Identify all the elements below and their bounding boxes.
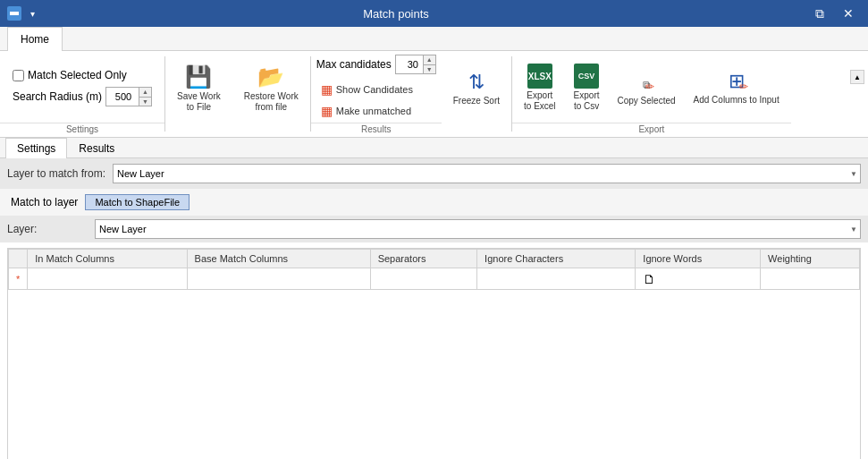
- columns-table-area: In Match Columns Base Match Columns Sepa…: [7, 248, 861, 459]
- search-radius-value[interactable]: [106, 88, 140, 106]
- export-group-label: Export: [512, 123, 791, 135]
- layer-select-wrapper: New Layer ▼: [95, 219, 861, 239]
- layer-from-label: Layer to match from:: [7, 167, 105, 180]
- make-unmatched-icon: ▦: [321, 104, 333, 118]
- table-row: * 🗋: [9, 268, 860, 290]
- match-selected-only-label: Match Selected Only: [28, 69, 127, 81]
- row-separators[interactable]: [370, 268, 476, 290]
- export-csv-button[interactable]: CSV Exportto Csv: [568, 59, 606, 116]
- row-base-match-cols[interactable]: [187, 268, 370, 290]
- layer-row: Layer: New Layer ▼: [0, 216, 868, 242]
- ignore-words-file-icon: 🗋: [643, 272, 655, 286]
- make-unmatched-label: Make unmatched: [336, 106, 411, 116]
- tab-home[interactable]: Home: [7, 27, 63, 51]
- row-weighting[interactable]: [761, 268, 860, 290]
- layer-label: Layer:: [7, 223, 88, 235]
- search-radius-label: Search Radius (m): [13, 90, 102, 103]
- tab-results[interactable]: Results: [67, 138, 126, 158]
- copy-selected-label: Copy Selected: [618, 96, 676, 106]
- ribbon-tabs: Home ▲: [0, 27, 868, 51]
- freeze-sort-button[interactable]: ⇅ Freeze Sort: [447, 66, 506, 111]
- col-weighting: Weighting: [761, 250, 860, 268]
- restore-group-label: [232, 123, 310, 135]
- ribbon: Home ▲ Match Selected Only Search Radius…: [0, 27, 868, 137]
- match-selected-only-checkbox[interactable]: [13, 70, 24, 81]
- add-columns-icon: ⊞✏: [729, 70, 745, 93]
- layer-select[interactable]: New Layer: [95, 219, 861, 239]
- show-candidates-button[interactable]: ▦ Show Candidates: [316, 80, 417, 99]
- xlsx-icon: XLSX: [527, 64, 552, 89]
- restore-button[interactable]: ⧉: [807, 4, 832, 22]
- freeze-sort-label: Freeze Sort: [453, 96, 500, 106]
- col-base-match: Base Match Columns: [187, 250, 370, 268]
- window-controls: ⧉ ✕: [807, 4, 861, 22]
- match-to-layer-label: Match to layer: [11, 196, 78, 208]
- main-content: Settings Results Layer to match from: Ne…: [0, 137, 868, 459]
- show-candidates-icon: ▦: [321, 82, 333, 97]
- match-to-layer-row: Match to layer Match to ShapeFile: [0, 189, 868, 216]
- restore-work-label: Restore Workfrom file: [244, 91, 299, 113]
- export-excel-button[interactable]: XLSX Exportto Excel: [518, 59, 562, 116]
- ribbon-group-settings: Match Selected Only Search Radius (m) ▲ …: [0, 53, 164, 135]
- columns-table: In Match Columns Base Match Columns Sepa…: [8, 249, 860, 290]
- export-csv-label: Exportto Csv: [574, 90, 600, 112]
- results-group-label: Results: [311, 123, 442, 135]
- row-indicator: *: [9, 268, 28, 290]
- col-ignore-words: Ignore Words: [636, 250, 761, 268]
- title-bar: ▾ Match points ⧉ ✕: [0, 0, 868, 27]
- ribbon-group-save: 💾 Save Workto File: [165, 53, 232, 135]
- layer-from-row: Layer to match from: New Layer ▼: [0, 158, 868, 189]
- copy-selected-icon: ⧉✏: [643, 69, 651, 94]
- layer-from-form-row: Layer to match from: New Layer ▼: [7, 164, 861, 183]
- layer-form-row: Layer: New Layer ▼: [7, 219, 861, 239]
- freezesort-group-label: [442, 123, 511, 135]
- freeze-sort-icon: ⇅: [468, 71, 485, 94]
- search-radius-input[interactable]: ▲ ▼: [105, 87, 152, 106]
- add-columns-label: Add Columns to Input: [694, 95, 780, 106]
- ribbon-content: Match Selected Only Search Radius (m) ▲ …: [0, 51, 868, 137]
- col-ignore-chars: Ignore Characters: [477, 250, 636, 268]
- max-cand-down[interactable]: ▼: [423, 65, 435, 74]
- copy-selected-button[interactable]: ⧉✏ Copy Selected: [611, 64, 682, 111]
- col-separators: Separators: [370, 250, 476, 268]
- col-in-match: In Match Columns: [28, 250, 187, 268]
- search-radius-up[interactable]: ▲: [139, 88, 151, 98]
- window-title: Match points: [0, 7, 807, 21]
- search-radius-row: Search Radius (m) ▲ ▼: [13, 87, 152, 106]
- ribbon-group-results: Max candidates ▲ ▼ ▦ Show Candidates ▦: [311, 53, 442, 135]
- layer-from-select-wrapper: New Layer ▼: [113, 164, 861, 183]
- restore-icon: 📂: [257, 64, 284, 89]
- table-header-row: In Match Columns Base Match Columns Sepa…: [9, 250, 860, 268]
- make-unmatched-button[interactable]: ▦ Make unmatched: [316, 101, 416, 121]
- close-button[interactable]: ✕: [836, 4, 861, 22]
- save-work-button[interactable]: 💾 Save Workto File: [171, 60, 227, 117]
- max-candidates-row: Max candidates ▲ ▼: [316, 55, 436, 74]
- row-ignore-words[interactable]: 🗋: [636, 268, 761, 290]
- col-indicator: [9, 250, 28, 268]
- tab-settings[interactable]: Settings: [5, 138, 67, 158]
- inner-tabs: Settings Results: [0, 138, 868, 158]
- export-excel-label: Exportto Excel: [524, 90, 556, 112]
- restore-work-button[interactable]: 📂 Restore Workfrom file: [238, 60, 305, 117]
- ribbon-collapse-button[interactable]: ▲: [850, 70, 864, 84]
- save-work-label: Save Workto File: [177, 91, 221, 113]
- layer-from-select[interactable]: New Layer: [113, 164, 861, 183]
- max-candidates-label: Max candidates: [316, 58, 392, 71]
- match-to-shapefile-button[interactable]: Match to ShapeFile: [85, 194, 190, 210]
- row-ignore-chars[interactable]: [477, 268, 636, 290]
- row-in-match-cols[interactable]: [28, 268, 187, 290]
- ribbon-group-freezesort: ⇅ Freeze Sort: [442, 53, 511, 135]
- max-cand-up[interactable]: ▲: [423, 55, 435, 65]
- match-selected-only-row: Match Selected Only: [13, 69, 152, 81]
- max-candidates-input[interactable]: ▲ ▼: [395, 55, 436, 74]
- settings-controls: Match Selected Only Search Radius (m) ▲ …: [5, 65, 159, 110]
- save-group-label: [165, 123, 232, 135]
- show-candidates-label: Show Candidates: [336, 84, 413, 95]
- ribbon-group-restore: 📂 Restore Workfrom file: [232, 53, 310, 135]
- add-columns-button[interactable]: ⊞✏ Add Columns to Input: [687, 65, 786, 110]
- save-icon: 💾: [185, 64, 212, 89]
- settings-group-label: Settings: [0, 123, 164, 135]
- csv-icon: CSV: [574, 64, 599, 89]
- search-radius-down[interactable]: ▼: [139, 98, 151, 106]
- ribbon-group-export: XLSX Exportto Excel CSV Exportto Csv ⧉✏ …: [512, 53, 791, 135]
